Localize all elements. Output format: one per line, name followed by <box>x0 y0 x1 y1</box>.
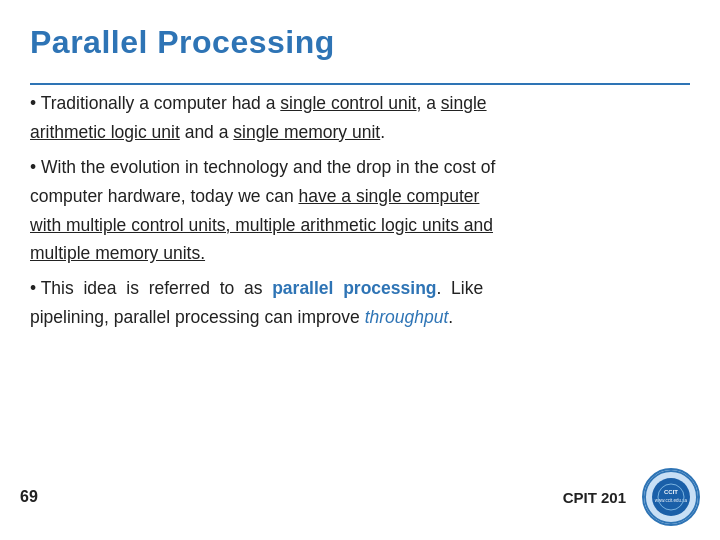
bullet3-text: • This idea is referred to as parallel p… <box>30 278 483 327</box>
bullet1-underline3: arithmetic logic unit <box>30 122 180 142</box>
bullet-3: • This idea is referred to as parallel p… <box>30 274 690 332</box>
bullet1-underline1: single control unit <box>280 93 416 113</box>
svg-text:CCIT: CCIT <box>664 489 678 495</box>
page-number: 69 <box>20 488 38 506</box>
page: Parallel Processing • Traditionally a co… <box>0 0 720 540</box>
bullet1-underline2: single <box>441 93 487 113</box>
university-logo: CCIT www.ccit.edu.sa <box>642 468 700 526</box>
title-divider <box>30 83 690 85</box>
bullet2-text: • With the evolution in technology and t… <box>30 157 495 264</box>
bullet1-underline4: single memory unit <box>233 122 380 142</box>
bullet-2: • With the evolution in technology and t… <box>30 153 690 269</box>
bullet-1: • Traditionally a computer had a single … <box>30 89 690 147</box>
main-content: • Traditionally a computer had a single … <box>30 89 690 332</box>
throughput-text: throughput <box>365 307 449 327</box>
logo-svg: CCIT www.ccit.edu.sa <box>644 470 698 524</box>
course-label: CPIT 201 <box>563 489 626 506</box>
parallel-processing-text: parallel processing <box>272 278 436 298</box>
page-title: Parallel Processing <box>30 24 690 61</box>
logo-area: CPIT 201 CCIT www.ccit.edu.sa <box>563 468 700 526</box>
footer: 69 CPIT 201 CCIT www.ccit.edu.sa <box>0 468 720 526</box>
bullet1-text: • Traditionally a computer had a single … <box>30 93 487 142</box>
bullet2-underline1: have a single computer with multiple con… <box>30 186 493 264</box>
